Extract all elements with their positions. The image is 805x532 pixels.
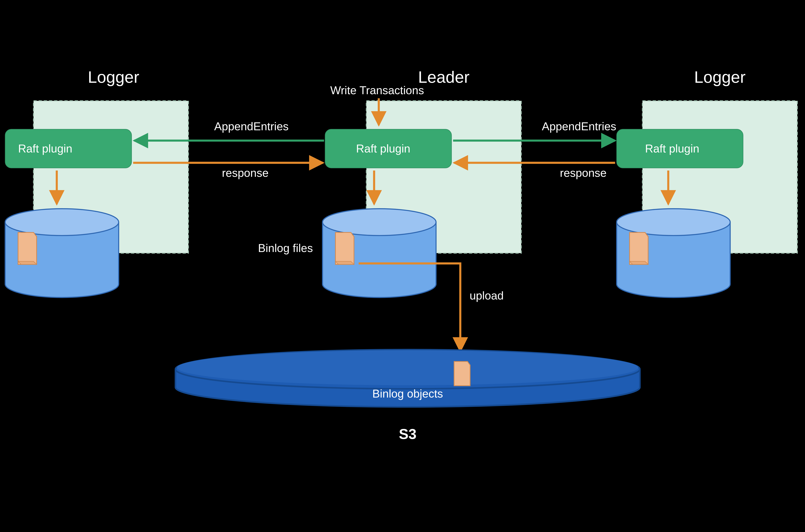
svg-point-14	[617, 209, 730, 235]
file-icon	[630, 232, 648, 265]
response-left-label: response	[222, 167, 269, 179]
logger-left-title: Logger	[88, 68, 139, 86]
s3-label: S3	[399, 426, 417, 442]
raft-plugin-left-label: Raft plugin	[18, 142, 72, 155]
raft-architecture-diagram: Logger Raft plugin Leader Raft plugin Wr…	[0, 0, 805, 532]
leader-title: Leader	[418, 68, 469, 86]
append-right-label: AppendEntries	[542, 120, 616, 133]
logger-left-disk	[5, 209, 119, 298]
file-icon	[336, 232, 354, 265]
binlog-objects-label: Binlog objects	[372, 387, 443, 400]
file-icon	[454, 361, 470, 386]
logger-right-node: Logger Raft plugin	[617, 68, 797, 298]
file-icon	[18, 232, 37, 265]
logger-left-node: Logger Raft plugin	[5, 68, 188, 298]
binlog-files-label: Binlog files	[258, 242, 313, 254]
s3-storage: Binlog objects	[175, 349, 640, 407]
write-transactions-label: Write Transactions	[330, 84, 424, 97]
response-right-label: response	[560, 167, 607, 179]
raft-plugin-mid-label: Raft plugin	[356, 142, 410, 155]
leader-disk	[323, 209, 436, 298]
append-left-label: AppendEntries	[214, 120, 288, 133]
logger-right-disk	[617, 209, 730, 298]
raft-plugin-right-label: Raft plugin	[645, 142, 699, 155]
svg-point-18	[177, 350, 638, 385]
svg-point-4	[5, 209, 119, 235]
upload-label: upload	[469, 289, 504, 302]
logger-right-title: Logger	[694, 68, 745, 86]
svg-point-9	[323, 209, 436, 235]
